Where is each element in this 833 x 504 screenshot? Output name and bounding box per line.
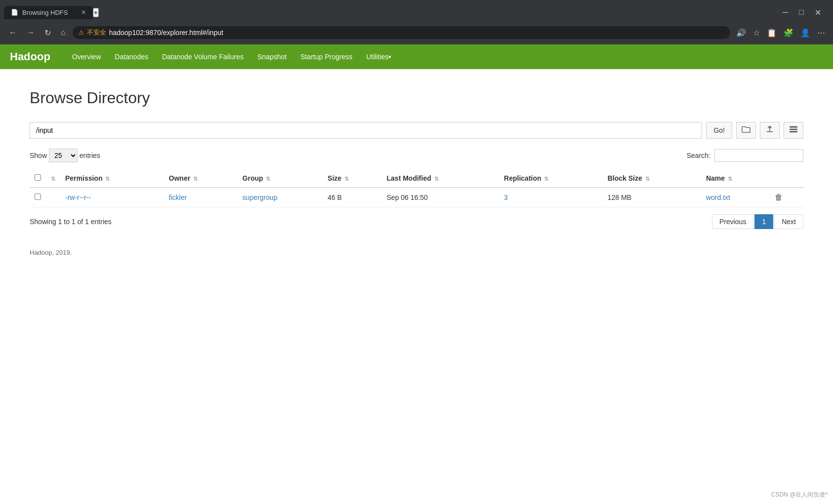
previous-button[interactable]: Previous xyxy=(712,214,753,229)
security-label: 不安全 xyxy=(87,28,106,37)
tab-close-button[interactable]: ✕ xyxy=(81,9,86,16)
owner-link[interactable]: fickler xyxy=(169,194,187,201)
col-size[interactable]: Size ⇅ xyxy=(323,169,381,188)
maximize-button[interactable]: □ xyxy=(795,7,808,18)
cell-permission: -rw-r--r-- xyxy=(60,188,164,207)
main-content: Browse Directory Go! xyxy=(0,69,833,504)
col-sort-icon[interactable]: ⇅ xyxy=(46,169,60,188)
sort-icon-name: ⇅ xyxy=(728,176,732,182)
menu-button[interactable]: ⋯ xyxy=(815,26,827,39)
permission-link[interactable]: -rw-r--r-- xyxy=(65,194,91,201)
nav-startup-progress[interactable]: Startup Progress xyxy=(293,44,359,69)
profile-button[interactable]: 👤 xyxy=(798,26,812,39)
new-tab-button[interactable]: + xyxy=(93,8,99,17)
group-link[interactable]: supergroup xyxy=(243,194,278,201)
nav-datanodes[interactable]: Datanodes xyxy=(108,44,155,69)
cell-group: supergroup xyxy=(238,188,323,207)
show-search-wrap: Show 10 25 50 100 entries Search: xyxy=(30,149,803,162)
pagination-buttons: Previous 1 Next xyxy=(712,214,803,229)
col-permission[interactable]: Permission ⇅ xyxy=(60,169,164,188)
back-button[interactable]: ← xyxy=(6,26,20,39)
col-last-modified[interactable]: Last Modified ⇅ xyxy=(382,169,500,188)
refresh-button[interactable]: ↻ xyxy=(42,26,54,39)
extensions-button[interactable]: 🧩 xyxy=(782,26,795,39)
page-1-button[interactable]: 1 xyxy=(754,214,773,229)
path-input[interactable] xyxy=(30,122,702,139)
upload-icon-button[interactable] xyxy=(760,122,780,139)
tab-title: Browsing HDFS xyxy=(22,9,68,16)
row-checkbox[interactable] xyxy=(35,194,41,200)
hadoop-logo: Hadoop xyxy=(10,50,50,63)
collections-button[interactable]: 📋 xyxy=(765,26,779,39)
list-icon-button[interactable] xyxy=(784,122,803,139)
cell-size: 46 B xyxy=(323,188,381,207)
entries-select[interactable]: 10 25 50 100 xyxy=(49,149,78,162)
cell-block-size: 128 MB xyxy=(603,188,701,207)
nav-overview[interactable]: Overview xyxy=(65,44,108,69)
cell-replication: 3 xyxy=(499,188,603,207)
cell-name: word.txt xyxy=(701,188,770,207)
col-group[interactable]: Group ⇅ xyxy=(238,169,323,188)
col-replication[interactable]: Replication ⇅ xyxy=(499,169,603,188)
entries-label: entries xyxy=(80,152,100,159)
replication-link[interactable]: 3 xyxy=(504,194,508,201)
showing-text: Showing 1 to 1 of 1 entries xyxy=(30,218,112,226)
col-name[interactable]: Name ⇅ xyxy=(701,169,770,188)
show-label: Show xyxy=(30,152,47,159)
svg-rect-0 xyxy=(790,126,797,128)
sort-icon-owner: ⇅ xyxy=(193,176,198,182)
close-button[interactable]: ✕ xyxy=(811,7,825,18)
search-row: Search: xyxy=(687,149,803,162)
cell-owner: fickler xyxy=(164,188,238,207)
col-block-size[interactable]: Block Size ⇅ xyxy=(603,169,701,188)
footer-text: Hadoop, 2019. xyxy=(30,249,72,256)
sort-icon-size: ⇅ xyxy=(344,176,349,182)
nav-snapshot[interactable]: Snapshot xyxy=(250,44,293,69)
csdn-watermark: CSDN @在人间负债^ xyxy=(771,491,828,499)
sort-icon-replication: ⇅ xyxy=(544,176,548,182)
read-aloud-button[interactable]: 🔊 xyxy=(734,26,748,39)
footer: Hadoop, 2019. xyxy=(30,249,803,256)
file-name-link[interactable]: word.txt xyxy=(706,194,730,201)
favorites-button[interactable]: ☆ xyxy=(751,26,762,39)
home-button[interactable]: ⌂ xyxy=(58,26,69,39)
search-label: Search: xyxy=(687,152,710,159)
sort-icon-permission: ⇅ xyxy=(105,176,110,182)
forward-button[interactable]: → xyxy=(24,26,38,39)
delete-icon[interactable]: 🗑 xyxy=(775,193,783,201)
sort-icon-last-modified: ⇅ xyxy=(434,176,439,182)
cell-last-modified: Sep 06 16:50 xyxy=(382,188,500,207)
folder-icon-button[interactable] xyxy=(736,122,756,139)
security-warning-icon: ⚠ xyxy=(79,29,84,36)
page-title: Browse Directory xyxy=(30,89,803,107)
path-row: Go! xyxy=(30,122,803,139)
address-input[interactable] xyxy=(109,29,724,37)
nav-datanode-volume-failures[interactable]: Datanode Volume Failures xyxy=(155,44,250,69)
file-table: ⇅ Permission ⇅ Owner ⇅ Group ⇅ xyxy=(30,169,803,207)
table-row: -rw-r--r-- fickler supergroup 46 B Sep 0… xyxy=(30,188,803,207)
sort-icon-group: ⇅ xyxy=(266,176,270,182)
nav-utilities[interactable]: Utilities xyxy=(359,44,398,69)
tab-icon: 📄 xyxy=(11,9,18,16)
browser-tab[interactable]: 📄 Browsing HDFS ✕ xyxy=(4,6,93,19)
pagination-row: Showing 1 to 1 of 1 entries Previous 1 N… xyxy=(30,214,803,229)
sort-icon-block-size: ⇅ xyxy=(645,176,650,182)
next-button[interactable]: Next xyxy=(774,214,803,229)
minimize-button[interactable]: ─ xyxy=(779,7,792,18)
col-owner[interactable]: Owner ⇅ xyxy=(164,169,238,188)
hadoop-navbar: Hadoop Overview Datanodes Datanode Volum… xyxy=(0,44,833,69)
search-input[interactable] xyxy=(714,149,803,162)
svg-rect-2 xyxy=(790,131,797,133)
select-all-checkbox[interactable] xyxy=(35,174,41,181)
svg-rect-1 xyxy=(790,129,797,130)
address-bar: ⚠ 不安全 xyxy=(73,26,730,39)
go-button[interactable]: Go! xyxy=(706,122,732,139)
